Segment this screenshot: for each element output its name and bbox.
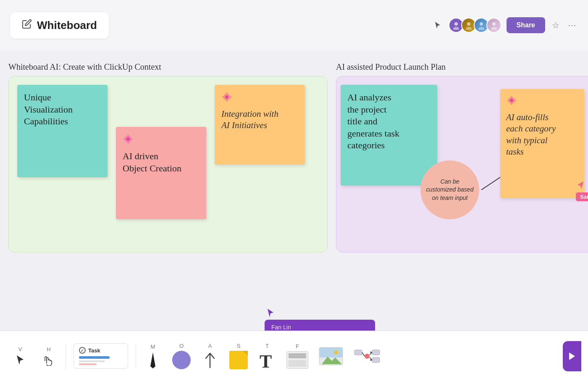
- ai-icon: [506, 95, 578, 108]
- right-whiteboard-group: AI assisted Product Launch Plan AI analy…: [336, 62, 588, 252]
- toolbar: V H ✓ Task M: [0, 331, 588, 381]
- tooltip-user-name: Fan Lin: [271, 324, 368, 331]
- image-icon: [318, 347, 344, 366]
- sticky-note-orange[interactable]: Integration withAI Initiatives: [215, 85, 305, 165]
- text-icon: T: [259, 351, 276, 369]
- sticky-note-text: Integration withAI Initiatives: [221, 109, 278, 130]
- svg-point-1: [453, 27, 459, 30]
- sticky-note-text: AI analyzesthe projecttitle andgenerates…: [347, 92, 399, 150]
- svg-line-23: [362, 352, 365, 356]
- select-cursor-icon: [14, 354, 26, 366]
- svg-point-4: [480, 22, 483, 26]
- sticky-note-icon: [229, 351, 248, 369]
- more-options-button[interactable]: ⋯: [566, 18, 578, 32]
- task-progress-bar: [79, 356, 110, 359]
- right-board: AI analyzesthe projecttitle andgenerates…: [336, 76, 588, 252]
- sticky-note-text: AI drivenObject Creation: [123, 151, 181, 173]
- toolbar-purple-tab[interactable]: [563, 341, 581, 371]
- user-cursor-sam: Sam: [576, 181, 588, 201]
- toolbar-shape-tool[interactable]: O: [168, 339, 195, 373]
- toolbar-label-m: M: [151, 344, 155, 350]
- frame-icon: [286, 351, 308, 369]
- avatar-group: [449, 18, 501, 33]
- sticky-note-teal-right[interactable]: AI analyzesthe projecttitle andgenerates…: [341, 85, 437, 186]
- avatar: [486, 18, 501, 33]
- toolbar-label-s: S: [237, 343, 241, 349]
- svg-rect-21: [372, 350, 380, 355]
- toolbar-label-f: F: [296, 343, 299, 349]
- toolbar-text-tool[interactable]: T T: [254, 339, 281, 373]
- svg-point-0: [454, 22, 458, 26]
- toolbar-frame-tool[interactable]: F: [282, 340, 312, 372]
- toolbar-hand-tool[interactable]: H: [35, 343, 62, 369]
- sticky-note-text: AI auto-fillseach categorywith typicalta…: [506, 112, 556, 157]
- toolbar-divider: [136, 344, 136, 369]
- toolbar-divider: [66, 344, 66, 369]
- ai-icon: [123, 134, 200, 147]
- bubble-note[interactable]: Can be customized based on team input: [420, 160, 479, 219]
- toolbar-label-a: A: [208, 343, 212, 349]
- svg-text:T: T: [260, 351, 272, 369]
- edit-icon: [22, 19, 32, 32]
- bubble-text: Can be customized based on team input: [425, 178, 474, 202]
- toolbar-select-tool[interactable]: V: [7, 343, 34, 369]
- toolbar-image-tool[interactable]: [314, 343, 348, 369]
- task-line: [79, 363, 97, 365]
- task-line: [79, 360, 105, 362]
- header: Whiteboard: [0, 0, 588, 50]
- svg-point-7: [491, 27, 497, 30]
- svg-rect-19: [354, 350, 362, 355]
- svg-marker-13: [150, 352, 155, 368]
- header-right: Share ☆ ⋯: [432, 17, 578, 33]
- toolbar-sticky-tool[interactable]: S: [225, 339, 252, 373]
- toolbar-label-o: O: [179, 343, 184, 349]
- left-board: UniqueVisualizationCapabilities AI drive…: [8, 76, 328, 252]
- toolbar-label-v: V: [18, 346, 22, 352]
- svg-point-20: [365, 354, 370, 359]
- cursor-mode-icon[interactable]: [432, 19, 444, 31]
- svg-point-3: [466, 27, 472, 30]
- task-label: Task: [88, 347, 100, 354]
- svg-point-5: [478, 27, 484, 30]
- star-button[interactable]: ☆: [550, 18, 561, 32]
- svg-point-6: [492, 22, 496, 26]
- right-section-label: AI assisted Product Launch Plan: [336, 62, 588, 72]
- sam-label: Sam: [576, 192, 588, 201]
- toolbar-label-t: T: [265, 343, 269, 349]
- title-box: Whiteboard: [10, 12, 109, 39]
- share-button[interactable]: Share: [507, 17, 545, 33]
- sticky-note-teal[interactable]: UniqueVisualizationCapabilities: [17, 85, 108, 177]
- svg-point-2: [467, 22, 470, 26]
- task-check-icon: ✓: [79, 347, 86, 354]
- task-card-preview: ✓ Task: [74, 343, 128, 369]
- sticky-note-orange-right[interactable]: AI auto-fillseach categorywith typicalta…: [500, 89, 584, 198]
- toolbar-pen-tool[interactable]: M: [139, 340, 166, 372]
- sticky-note-text: UniqueVisualizationCapabilities: [24, 92, 73, 126]
- sticky-note-pink[interactable]: AI drivenObject Creation: [116, 127, 206, 219]
- toolbar-arrow-tool[interactable]: A: [197, 339, 223, 373]
- toolbar-label-h: H: [47, 346, 50, 352]
- page-title: Whiteboard: [37, 19, 97, 32]
- toolbar-connector-tool[interactable]: [349, 343, 385, 369]
- connector-icon: [354, 347, 381, 366]
- svg-rect-16: [319, 347, 343, 357]
- circle-icon: [172, 351, 191, 369]
- left-whiteboard-group: Whiteboard AI: Create with ClickUp Conte…: [8, 62, 328, 252]
- svg-rect-22: [372, 357, 380, 363]
- pen-icon: [146, 352, 160, 368]
- toolbar-tab-icon: [567, 352, 577, 361]
- toolbar-task-tool[interactable]: ✓ Task: [69, 340, 132, 372]
- arrow-up-icon: [202, 351, 218, 369]
- hand-icon: [43, 354, 55, 366]
- ai-icon: [221, 92, 298, 105]
- svg-point-17: [334, 350, 338, 355]
- left-section-label: Whiteboard AI: Create with ClickUp Conte…: [8, 62, 328, 72]
